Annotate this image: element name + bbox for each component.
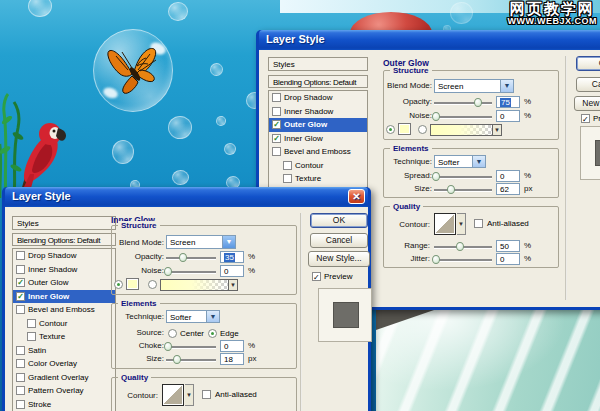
noise-value[interactable]: 0	[496, 110, 520, 122]
close-icon[interactable]: ✕	[348, 189, 365, 204]
style-item-color-overlay[interactable]: Color Overlay	[13, 357, 115, 371]
style-item-inner-glow[interactable]: ✓Inner Glow	[269, 132, 367, 146]
size-value[interactable]: 62	[496, 183, 520, 195]
chevron-down-icon[interactable]: ▼	[472, 156, 485, 167]
styles-list-header[interactable]: Styles	[12, 216, 116, 230]
slider-thumb[interactable]	[432, 112, 440, 121]
checkbox[interactable]	[16, 373, 25, 382]
style-item-satin[interactable]: Satin	[13, 344, 115, 358]
chevron-down-icon[interactable]: ▼	[492, 125, 501, 135]
checkbox[interactable]: ✓	[16, 292, 25, 301]
cancel-button[interactable]: Cancel	[310, 233, 368, 248]
choke-value[interactable]: 0	[220, 340, 244, 352]
chevron-down-icon[interactable]: ▼	[228, 280, 237, 290]
blending-options-item[interactable]: Blending Options: Default	[12, 233, 116, 246]
checkbox[interactable]	[272, 147, 281, 156]
contour-thumbnail[interactable]	[162, 384, 184, 406]
blend-mode-dropdown[interactable]: Screen▼	[434, 79, 514, 93]
source-edge-radio[interactable]	[208, 329, 217, 338]
style-item-drop-shadow[interactable]: Drop Shadow	[269, 91, 367, 105]
cancel-button[interactable]: Cancel	[576, 77, 600, 92]
checkbox[interactable]	[16, 346, 25, 355]
jitter-value[interactable]: 0	[496, 253, 520, 265]
size-slider[interactable]	[434, 189, 492, 191]
checkbox[interactable]	[16, 359, 25, 368]
style-item-stroke[interactable]: Stroke	[13, 398, 115, 411]
checkbox[interactable]	[272, 107, 281, 116]
size-value[interactable]: 18	[220, 353, 244, 365]
new-style-button[interactable]: New Style...	[574, 96, 600, 111]
style-item-contour[interactable]: Contour	[269, 159, 367, 173]
range-slider[interactable]	[434, 246, 492, 248]
checkbox[interactable]	[27, 332, 36, 341]
gradient-bar[interactable]: ▼	[160, 279, 238, 291]
styles-list-header[interactable]: Styles	[268, 57, 368, 71]
checkbox[interactable]	[283, 174, 292, 183]
slider-thumb[interactable]	[432, 172, 440, 181]
style-item-inner-shadow[interactable]: Inner Shadow	[13, 263, 115, 277]
ok-button[interactable]: OK	[576, 56, 600, 71]
color-radio[interactable]	[386, 125, 395, 134]
style-item-drop-shadow[interactable]: Drop Shadow	[13, 249, 115, 263]
glow-color-swatch[interactable]	[398, 123, 411, 135]
checkbox[interactable]	[283, 161, 292, 170]
color-radio[interactable]	[114, 280, 123, 289]
gradient-bar[interactable]: ▼	[430, 124, 502, 136]
contour-thumbnail[interactable]	[434, 213, 456, 235]
style-item-outer-glow[interactable]: ✓Outer Glow	[269, 118, 367, 132]
checkbox[interactable]	[272, 93, 281, 102]
technique-dropdown[interactable]: Softer▼	[434, 155, 486, 168]
checkbox[interactable]: ✓	[272, 134, 281, 143]
checkbox[interactable]	[16, 251, 25, 260]
style-item-texture[interactable]: Texture	[269, 172, 367, 186]
slider-thumb[interactable]	[164, 342, 172, 351]
chevron-down-icon[interactable]: ▼	[457, 213, 466, 235]
checkbox[interactable]	[16, 386, 25, 395]
noise-value[interactable]: 0	[220, 265, 244, 277]
style-item-inner-glow[interactable]: ✓Inner Glow	[13, 290, 115, 304]
style-item-contour[interactable]: Contour	[13, 317, 115, 331]
checkbox[interactable]	[27, 319, 36, 328]
noise-slider[interactable]	[166, 271, 216, 273]
style-item-texture[interactable]: Texture	[13, 330, 115, 344]
dialog-titlebar[interactable]: Layer Style ✕	[5, 187, 368, 207]
chevron-down-icon[interactable]: ▼	[222, 236, 235, 248]
slider-thumb[interactable]	[447, 185, 455, 194]
style-item-bevel-and-emboss[interactable]: Bevel and Emboss	[13, 303, 115, 317]
gradient-radio[interactable]	[148, 280, 157, 289]
style-item-outer-glow[interactable]: ✓Outer Glow	[13, 276, 115, 290]
checkbox[interactable]	[16, 265, 25, 274]
anti-aliased-checkbox[interactable]	[202, 390, 211, 399]
checkbox[interactable]: ✓	[272, 120, 281, 129]
new-style-button[interactable]: New Style...	[308, 251, 370, 267]
glow-color-swatch[interactable]	[126, 278, 139, 290]
checkbox[interactable]	[16, 305, 25, 314]
slider-thumb[interactable]	[432, 255, 440, 264]
opacity-slider[interactable]	[166, 257, 216, 259]
range-value[interactable]: 50	[496, 240, 520, 252]
slider-thumb[interactable]	[173, 355, 181, 364]
chevron-down-icon[interactable]: ▼	[185, 384, 194, 406]
preview-checkbox[interactable]: ✓	[581, 114, 590, 123]
chevron-down-icon[interactable]: ▼	[500, 80, 513, 92]
gradient-radio[interactable]	[418, 125, 427, 134]
spread-slider[interactable]	[434, 176, 492, 178]
slider-thumb[interactable]	[164, 267, 172, 276]
spread-value[interactable]: 0	[496, 170, 520, 182]
style-item-gradient-overlay[interactable]: Gradient Overlay	[13, 371, 115, 385]
source-center-radio[interactable]	[168, 329, 177, 338]
preview-checkbox[interactable]: ✓	[312, 272, 321, 281]
jitter-slider[interactable]	[434, 259, 492, 261]
choke-slider[interactable]	[166, 346, 216, 348]
technique-dropdown[interactable]: Softer▼	[166, 310, 220, 323]
chevron-down-icon[interactable]: ▼	[206, 311, 219, 322]
blend-mode-dropdown[interactable]: Screen▼	[166, 235, 236, 249]
checkbox[interactable]	[16, 400, 25, 409]
style-item-pattern-overlay[interactable]: Pattern Overlay	[13, 384, 115, 398]
opacity-value[interactable]: 35	[220, 251, 244, 263]
blending-options-item[interactable]: Blending Options: Default	[268, 75, 368, 88]
opacity-value[interactable]: 75	[496, 96, 520, 108]
dialog-titlebar[interactable]: Layer Style ✕	[259, 30, 600, 50]
style-item-inner-shadow[interactable]: Inner Shadow	[269, 105, 367, 119]
size-slider[interactable]	[166, 359, 216, 361]
